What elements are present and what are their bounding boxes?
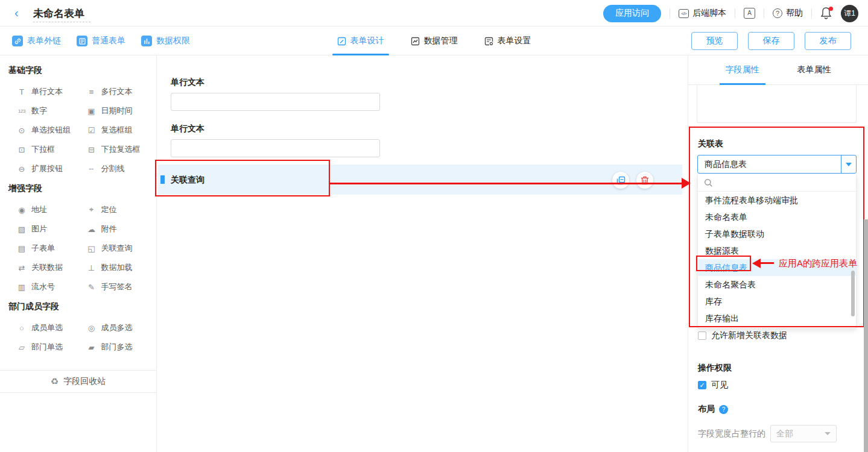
field-library-sidebar: 基础字段T单行文本≡多行文本123数字▣日期时间⊙单选按钮组☑复选框组⊡下拉框⊟… [0, 55, 157, 452]
visible-checkbox[interactable]: ✓ 可见 [698, 380, 728, 391]
sidebar-item-data-load[interactable]: ⊥数据加载 [87, 258, 157, 277]
sidebar-item-attachment[interactable]: ☁附件 [87, 219, 157, 239]
single-line-text-input[interactable] [171, 139, 380, 157]
checkbox-icon [698, 331, 706, 340]
toolbar-item-data-permission[interactable]: 数据权限 [141, 36, 190, 46]
layout-title-text: 布局 [698, 404, 715, 415]
sidebar-item-department-single[interactable]: ▱部门单选 [17, 337, 87, 357]
dropdown-option[interactable]: 商品信息表 [698, 259, 856, 276]
sidebar-item-image[interactable]: ▧图片 [17, 219, 87, 239]
title-underline [33, 22, 90, 22]
field-label[interactable]: 单行文本 [171, 77, 204, 88]
app-access-button[interactable]: 应用访问 [603, 5, 661, 22]
data-management-icon [411, 37, 420, 46]
panel-scrollbar[interactable] [864, 219, 868, 452]
allow-add-linked-data-checkbox[interactable]: 允许新增关联表数据 [698, 330, 787, 341]
dropdown-option[interactable]: 未命名表单 [698, 209, 856, 225]
form-design-canvas: 单行文本 单行文本 关联查询 [157, 55, 688, 452]
sidebar-item-linked-data[interactable]: ⇄关联数据 [17, 258, 87, 277]
sidebar-item-department-multi[interactable]: ▰部门多选 [87, 337, 157, 357]
help-label: 帮助 [786, 8, 803, 19]
toolbar-tabs: 表单设计数据管理表单设置 [337, 27, 531, 55]
toolbar-item-form-external-link[interactable]: 表单外链 [12, 36, 61, 46]
preview-button[interactable]: 预览 [691, 32, 738, 50]
divider-icon: ╌ [87, 165, 97, 174]
radio-group-icon: ⊙ [17, 126, 27, 135]
backend-script-button[interactable]: </> 后端脚本 [679, 8, 726, 19]
field-width-select[interactable]: 全部 [770, 425, 837, 442]
dropdown-option[interactable]: 数据源表 [698, 242, 856, 259]
sidebar-section-title: 基础字段 [0, 65, 156, 76]
sidebar-item-multi-select[interactable]: ⊟下拉复选框 [87, 140, 157, 159]
panel-tab-field-properties[interactable]: 字段属性 [726, 55, 759, 85]
allow-add-label: 允许新增关联表数据 [711, 330, 787, 341]
description-box[interactable] [697, 85, 857, 123]
copy-field-button[interactable] [612, 172, 629, 189]
field-label[interactable]: 单行文本 [171, 124, 204, 134]
select-arrow-segment[interactable] [841, 155, 856, 173]
sidebar-item-location[interactable]: ⌖定位 [87, 200, 157, 219]
sidebar-item-single-line-text[interactable]: T单行文本 [17, 82, 87, 101]
language-button[interactable]: A [744, 8, 755, 19]
sidebar-item-label: 地址 [31, 204, 47, 215]
sidebar-item-linked-query[interactable]: ◱关联查询 [87, 239, 157, 258]
handwritten-signature-icon: ✎ [87, 283, 97, 292]
sidebar-item-handwritten-signature[interactable]: ✎手写签名 [87, 277, 157, 297]
save-button[interactable]: 保存 [748, 32, 794, 50]
field-width-value: 全部 [776, 428, 793, 439]
tab-label: 数据管理 [424, 36, 458, 46]
linked-table-selected-value: 商品信息表 [698, 155, 841, 173]
sidebar-item-divider[interactable]: ╌分割线 [87, 159, 157, 178]
dropdown-option[interactable]: 库存输出 [698, 310, 856, 327]
dropdown-scrollbar[interactable] [851, 271, 855, 316]
sidebar-item-multi-line-text[interactable]: ≡多行文本 [87, 82, 157, 101]
layout-title: 布局 ? [698, 404, 728, 415]
toolbar-item-normal-form[interactable]: 普通表单 [77, 36, 125, 46]
sidebar-item-subform[interactable]: ▤子表单 [17, 239, 87, 258]
sidebar-item-radio-group[interactable]: ⊙单选按钮组 [17, 121, 87, 140]
sidebar-item-number[interactable]: 123数字 [17, 101, 87, 121]
top-header: ‹ 未命名表单 应用访问 </> 后端脚本 A ? 帮助 [0, 0, 868, 27]
field-width-row: 字段宽度占整行的 全部 [698, 425, 837, 442]
dropdown-option[interactable]: 事件流程表单移动端审批 [698, 192, 856, 209]
linked-query-icon: ◱ [87, 244, 97, 253]
sidebar-item-label: 定位 [101, 204, 117, 215]
sidebar-item-datetime[interactable]: ▣日期时间 [87, 101, 157, 121]
back-icon[interactable]: ‹ [14, 6, 28, 19]
sidebar-item-member-single[interactable]: ○成员单选 [17, 318, 87, 337]
sidebar-item-label: 部门单选 [31, 342, 63, 353]
dropdown-option[interactable]: 子表单数据联动 [698, 225, 856, 242]
publish-button[interactable]: 发布 [805, 32, 851, 50]
help-circle-icon[interactable]: ? [719, 405, 728, 414]
linked-table-select[interactable]: 商品信息表 [697, 155, 857, 174]
sidebar-item-select[interactable]: ⊡下拉框 [17, 140, 87, 159]
sidebar-item-checkbox-group[interactable]: ☑复选框组 [87, 121, 157, 140]
help-button[interactable]: ? 帮助 [773, 8, 803, 19]
language-icon: A [744, 8, 755, 19]
panel-tab-form-properties[interactable]: 表单属性 [797, 55, 831, 85]
tab-form-settings[interactable]: 表单设置 [484, 27, 531, 55]
sidebar-item-serial-number[interactable]: ▥流水号 [17, 277, 87, 297]
tab-data-management[interactable]: 数据管理 [411, 27, 458, 55]
field-recycle-bin-button[interactable]: ♻ 字段回收站 [0, 370, 156, 393]
tab-form-design[interactable]: 表单设计 [337, 27, 384, 55]
dropdown-search-input[interactable] [698, 174, 856, 192]
selected-linked-query-field[interactable]: 关联查询 [158, 165, 682, 195]
single-line-text-input[interactable] [171, 93, 380, 111]
subform-icon: ▤ [17, 244, 27, 253]
sidebar-item-address[interactable]: ◉地址 [17, 200, 87, 219]
notification-dot [829, 7, 833, 11]
sidebar-section-title: 部门成员字段 [0, 301, 156, 312]
sidebar-item-extend-button[interactable]: ⊖扩展按钮 [17, 159, 87, 178]
sidebar-item-label: 复选框组 [101, 125, 133, 136]
divider [811, 8, 812, 18]
serial-number-icon: ▥ [17, 283, 27, 292]
dropdown-option[interactable]: 未命名聚合表 [698, 276, 856, 293]
page-title[interactable]: 未命名表单 [33, 7, 84, 20]
delete-field-button[interactable] [636, 172, 653, 189]
dropdown-option[interactable]: 库存 [698, 293, 856, 310]
tab-label: 表单设置 [498, 36, 531, 46]
notification-bell-icon[interactable] [820, 7, 832, 20]
sidebar-item-member-multi[interactable]: ◎成员多选 [87, 318, 157, 337]
avatar[interactable]: 谭1 [841, 5, 858, 22]
